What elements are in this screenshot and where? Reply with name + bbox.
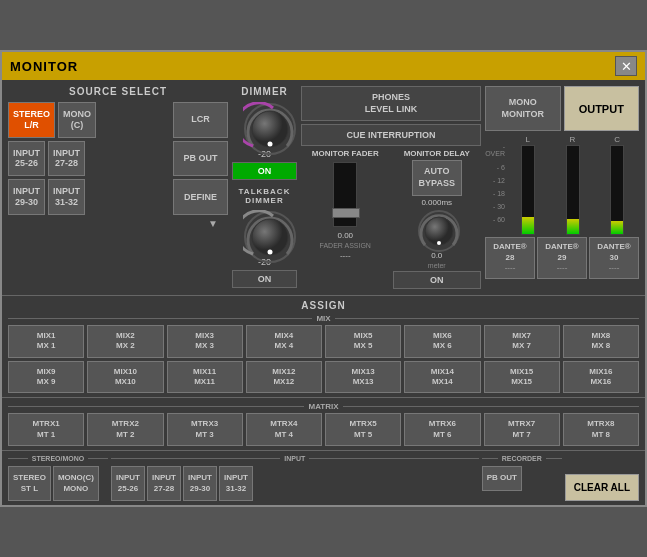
mix1-button[interactable]: MIX1MX 1 bbox=[8, 325, 84, 358]
mtrx6-button[interactable]: MTRX6MT 6 bbox=[404, 413, 480, 446]
mono-c-button[interactable]: MONO(C) bbox=[58, 102, 96, 138]
monitor-fader-thumb[interactable] bbox=[332, 208, 360, 218]
recorder-label: RECORDER bbox=[498, 455, 546, 462]
level-meters: -OVER - 6 - 12 - 18 - 30 - 60 L bbox=[485, 135, 639, 235]
input-25-26-button[interactable]: INPUT25-26 bbox=[8, 141, 45, 177]
stereo-mono-group: STEREO/MONO STEREOST L MONO(C)MONO bbox=[8, 455, 108, 501]
recorder-buttons: PB OUT bbox=[482, 466, 562, 490]
mix10-button[interactable]: MIX10MX10 bbox=[87, 361, 163, 394]
mono-monitor-button[interactable]: MONOMONITOR bbox=[485, 86, 561, 131]
matrix-section: MATRIX MTRX1MT 1 MTRX2MT 2 MTRX3MT 3 MTR… bbox=[2, 397, 645, 450]
svg-point-5 bbox=[267, 250, 272, 255]
dimmer-on-button[interactable]: ON bbox=[232, 162, 297, 180]
monitor-fader-value: 0.00 bbox=[337, 231, 353, 240]
mix14-button[interactable]: MIX14MX14 bbox=[404, 361, 480, 394]
matrix-divider-right bbox=[343, 406, 639, 407]
mix4-button[interactable]: MIX4MX 4 bbox=[246, 325, 322, 358]
in-line-left bbox=[111, 458, 280, 459]
meter-scale-18: - 18 bbox=[485, 190, 505, 197]
mix11-button[interactable]: MIX11MX11 bbox=[167, 361, 243, 394]
pb-out-button[interactable]: PB OUT bbox=[173, 141, 228, 177]
dante-29-button[interactable]: DANTE®29---- bbox=[537, 237, 587, 278]
mix5-button[interactable]: MIX5MX 5 bbox=[325, 325, 401, 358]
input-29-30-button[interactable]: INPUT29-30 bbox=[8, 179, 45, 215]
stereo-lr-button[interactable]: STEREOL/R bbox=[8, 102, 55, 138]
recorder-divider: RECORDER bbox=[482, 455, 562, 462]
lcr-button[interactable]: LCR bbox=[173, 102, 228, 138]
cue-interruption-button[interactable]: CUE INTERRUPTION bbox=[301, 124, 481, 146]
define-button[interactable]: DEFINE bbox=[173, 179, 228, 215]
mtrx5-button[interactable]: MTRX5MT 5 bbox=[325, 413, 401, 446]
mtrx4-button[interactable]: MTRX4MT 4 bbox=[246, 413, 322, 446]
monitor-fader-label: MONITOR FADER bbox=[312, 149, 379, 158]
mix15-button[interactable]: MIX15MX15 bbox=[484, 361, 560, 394]
meter-scale-12: - 12 bbox=[485, 177, 505, 184]
mix2-button[interactable]: MIX2MX 2 bbox=[87, 325, 163, 358]
dante-28-button[interactable]: DANTE®28---- bbox=[485, 237, 535, 278]
mix9-button[interactable]: MIX9MX 9 bbox=[8, 361, 84, 394]
output-button[interactable]: OUTPUT bbox=[564, 86, 640, 131]
mtrx7-button[interactable]: MTRX7MT 7 bbox=[484, 413, 560, 446]
mix3-button[interactable]: MIX3MX 3 bbox=[167, 325, 243, 358]
delay-on-button[interactable]: ON bbox=[393, 271, 482, 289]
meter-r-bar bbox=[566, 145, 580, 235]
meter-r-fill bbox=[567, 219, 579, 235]
matrix-grid: MTRX1MT 1 MTRX2MT 2 MTRX3MT 3 MTRX4MT 4 … bbox=[8, 413, 639, 446]
input-divider: INPUT bbox=[111, 455, 479, 462]
monitor-window: MONITOR ✕ SOURCE SELECT STEREOL/R MONO(C… bbox=[0, 50, 647, 507]
fader-assign-label: FADER ASSIGN bbox=[320, 242, 371, 249]
pb-out-bottom-button[interactable]: PB OUT bbox=[482, 466, 522, 490]
meter-scale-60: - 60 bbox=[485, 216, 505, 223]
mix7-button[interactable]: MIX7MX 7 bbox=[484, 325, 560, 358]
input-25-26-bottom-button[interactable]: INPUT25-26 bbox=[111, 466, 145, 501]
mix6-button[interactable]: MIX6MX 6 bbox=[404, 325, 480, 358]
talkback-dimmer-label: TALKBACK DIMMER bbox=[232, 187, 297, 205]
expand-arrow-icon: ▼ bbox=[208, 218, 218, 229]
monitor-delay-panel: MONITOR DELAY AUTOBYPASS 0.000ms bbox=[393, 149, 482, 288]
mtrx1-button[interactable]: MTRX1MT 1 bbox=[8, 413, 84, 446]
mtrx2-button[interactable]: MTRX2MT 2 bbox=[87, 413, 163, 446]
input-27-28-button[interactable]: INPUT27-28 bbox=[48, 141, 85, 177]
input-27-28-bottom-button[interactable]: INPUT27-28 bbox=[147, 466, 181, 501]
stereo-button[interactable]: STEREOST L bbox=[8, 466, 51, 501]
bottom-section: STEREO/MONO STEREOST L MONO(C)MONO INPUT… bbox=[2, 450, 645, 505]
delay-knob[interactable] bbox=[417, 209, 457, 249]
close-button[interactable]: ✕ bbox=[615, 56, 637, 76]
mix16-button[interactable]: MIX16MX16 bbox=[563, 361, 639, 394]
input-29-30-bottom-button[interactable]: INPUT29-30 bbox=[183, 466, 217, 501]
meter-c-bar bbox=[610, 145, 624, 235]
mix-divider: MIX bbox=[8, 314, 639, 323]
clear-all-button[interactable]: CLEAR ALL bbox=[565, 474, 639, 501]
phones-level-link-button[interactable]: PHONESLEVEL LINK bbox=[301, 86, 481, 121]
dimmer-knob[interactable] bbox=[243, 102, 287, 146]
matrix-divider-left bbox=[8, 406, 304, 407]
middle-panel: PHONESLEVEL LINK CUE INTERRUPTION MONITO… bbox=[301, 86, 481, 289]
dimmer-label: DIMMER bbox=[241, 86, 288, 97]
monitor-fader-track[interactable] bbox=[333, 162, 357, 227]
right-panel: MONOMONITOR OUTPUT -OVER - 6 - 12 - 18 -… bbox=[485, 86, 639, 289]
mix8-button[interactable]: MIX8MX 8 bbox=[563, 325, 639, 358]
meter-l: L bbox=[506, 135, 550, 235]
assign-label: ASSIGN bbox=[8, 300, 639, 311]
recorder-group: RECORDER PB OUT bbox=[482, 455, 562, 501]
mono-button[interactable]: MONO(C)MONO bbox=[53, 466, 99, 501]
rec-line-left bbox=[482, 458, 498, 459]
mix-grid: MIX1MX 1 MIX2MX 2 MIX3MX 3 MIX4MX 4 MIX5… bbox=[8, 325, 639, 394]
mtrx3-button[interactable]: MTRX3MT 3 bbox=[167, 413, 243, 446]
meter-c-fill bbox=[611, 221, 623, 234]
mtrx8-button[interactable]: MTRX8MT 8 bbox=[563, 413, 639, 446]
talkback-knob[interactable] bbox=[243, 210, 287, 254]
monitor-delay-label: MONITOR DELAY bbox=[404, 149, 470, 158]
mix13-button[interactable]: MIX13MX13 bbox=[325, 361, 401, 394]
meter-l-fill bbox=[522, 217, 534, 235]
mix12-button[interactable]: MIX12MX12 bbox=[246, 361, 322, 394]
talkback-on-button[interactable]: ON bbox=[232, 270, 297, 288]
dante-buttons: DANTE®28---- DANTE®29---- DANTE®30---- bbox=[485, 237, 639, 278]
clear-all-group: CLEAR ALL bbox=[565, 455, 639, 501]
dante-30-button[interactable]: DANTE®30---- bbox=[589, 237, 639, 278]
delay-value: 0.000ms bbox=[421, 198, 452, 207]
input-31-32-bottom-button[interactable]: INPUT31-32 bbox=[219, 466, 253, 501]
input-31-32-button[interactable]: INPUT31-32 bbox=[48, 179, 85, 215]
auto-bypass-button[interactable]: AUTOBYPASS bbox=[412, 160, 462, 195]
fader-assign-value: ---- bbox=[340, 251, 351, 260]
